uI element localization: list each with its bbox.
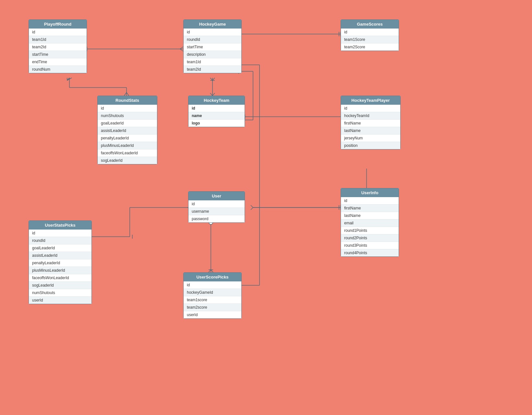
hockeygame-row-description: description xyxy=(184,51,241,58)
hockeyteam-row-name: name xyxy=(188,112,245,120)
hockeygame-header: HockeyGame xyxy=(184,20,241,29)
svg-line-16 xyxy=(67,78,69,80)
hockeygame-row-id: id xyxy=(184,29,241,36)
hockeygame-row-team1id: team1Id xyxy=(184,58,241,66)
userscorepicks-row-id: id xyxy=(184,281,241,289)
userscorepicks-row-userid: userId xyxy=(184,311,241,318)
svg-line-34 xyxy=(251,205,253,208)
entity-playoffround: PlayoffRound id team1Id team2Id startTim… xyxy=(29,19,87,73)
user-header: User xyxy=(188,192,245,200)
svg-line-15 xyxy=(67,78,72,80)
userinfo-row-round4points: round4Points xyxy=(341,249,399,256)
playoffround-row-endtime: endTime xyxy=(29,58,87,66)
userstatspicks-row-assistleaderid: assistLeaderId xyxy=(29,252,91,259)
user-row-username: username xyxy=(188,208,245,215)
userstatspicks-row-numshutouts: numShutouts xyxy=(29,289,91,297)
entity-roundstats: RoundStats id numShutouts goalLeaderId a… xyxy=(97,96,157,164)
entity-userstatspicks: UserStatsPicks id roundId goalLeaderId a… xyxy=(29,220,92,304)
roundstats-row-goalleaderid: goalLeaderId xyxy=(98,120,157,127)
roundstats-row-penaltyleaderid: penaltyLeaderId xyxy=(98,135,157,142)
playoffround-row-starttime: startTime xyxy=(29,51,87,58)
userstatspicks-row-id: id xyxy=(29,230,91,237)
playoffround-header: PlayoffRound xyxy=(29,20,87,29)
hockeyteam-row-id: id xyxy=(188,105,245,112)
svg-line-18 xyxy=(210,93,212,96)
userinfo-row-email: email xyxy=(341,219,399,227)
userinfo-header: UserInfo xyxy=(341,188,399,197)
gamescores-row-id: id xyxy=(341,29,399,36)
userscorepicks-header: UserScorePicks xyxy=(184,273,241,281)
diagram-container: PlayoffRound id team1Id team2Id startTim… xyxy=(0,0,532,415)
userstatspicks-row-roundid: roundId xyxy=(29,237,91,244)
entity-hockeygame: HockeyGame id roundId startTime descript… xyxy=(183,19,242,73)
entity-hockeyteam: HockeyTeam id name logo xyxy=(188,96,245,127)
hockeygame-row-starttime: startTime xyxy=(184,43,241,51)
userstatspicks-row-plusminusleaderid: plusMinusLeaderId xyxy=(29,267,91,274)
hockeyteam-row-logo: logo xyxy=(188,120,245,127)
entity-user: User id username password xyxy=(188,191,245,223)
roundstats-row-id: id xyxy=(98,105,157,112)
svg-line-12 xyxy=(127,92,129,96)
svg-line-35 xyxy=(251,208,253,210)
hockeyteamplayer-row-position: position xyxy=(341,142,400,149)
playoffround-row-id: id xyxy=(29,29,87,36)
userinfo-row-id: id xyxy=(341,197,399,205)
gamescores-row-team1score: team1Score xyxy=(341,36,399,43)
userscorepicks-row-hockeygameid: hockeyGameId xyxy=(184,289,241,296)
entity-userscorepicks: UserScorePicks id hockeyGameId team1scor… xyxy=(183,272,242,319)
svg-line-20 xyxy=(210,78,212,80)
userstatspicks-header: UserStatsPicks xyxy=(29,221,91,230)
svg-line-49 xyxy=(211,270,213,272)
hockeygame-row-roundid: roundId xyxy=(184,36,241,43)
user-row-password: password xyxy=(188,215,245,222)
roundstats-row-faceoffswonleaderid: faceoffsWonLeaderId xyxy=(98,149,157,157)
userstatspicks-row-penaltyleaderid: penaltyLeaderId xyxy=(29,259,91,267)
userscorepicks-row-team1score: team1score xyxy=(184,296,241,304)
userinfo-row-lastname: lastName xyxy=(341,212,399,219)
hockeyteam-header: HockeyTeam xyxy=(188,96,245,105)
gamescores-row-team2score: team2Score xyxy=(341,43,399,51)
roundstats-row-sogleaderid: sogLeaderId xyxy=(98,157,157,164)
entity-gamescores: GameScores id team1Score team2Score xyxy=(341,19,399,51)
hockeygame-row-team2id: team2Id xyxy=(184,66,241,73)
entity-userinfo: UserInfo id firstName lastName email rou… xyxy=(341,188,399,257)
userstatspicks-row-faceoffswonleaderid: faceoffsWonLeaderId xyxy=(29,274,91,282)
svg-line-48 xyxy=(209,270,211,272)
hockeyteamplayer-header: HockeyTeamPlayer xyxy=(341,96,400,105)
hockeyteamplayer-row-jerseynum: jerseyNum xyxy=(341,135,400,142)
userinfo-row-round3points: round3Points xyxy=(341,242,399,249)
userstatspicks-row-goalleaderid: goalLeaderId xyxy=(29,244,91,252)
gamescores-header: GameScores xyxy=(341,20,399,29)
svg-line-19 xyxy=(212,93,215,96)
roundstats-header: RoundStats xyxy=(98,96,157,105)
svg-line-11 xyxy=(124,92,127,96)
playoffround-row-roundnum: roundNum xyxy=(29,66,87,73)
userinfo-row-round2points: round2Points xyxy=(341,234,399,242)
user-row-id: id xyxy=(188,200,245,208)
svg-line-1 xyxy=(180,47,183,49)
playoffround-row-team1id: team1Id xyxy=(29,36,87,43)
userstatspicks-row-userid: userId xyxy=(29,297,91,304)
userinfo-row-round1points: round1Points xyxy=(341,227,399,234)
entity-hockeyteamplayer: HockeyTeamPlayer id hockeyTeamId firstNa… xyxy=(341,96,401,149)
userinfo-row-firstname: firstName xyxy=(341,205,399,212)
hockeyteamplayer-row-id: id xyxy=(341,105,400,112)
svg-line-14 xyxy=(67,78,69,80)
userstatspicks-row-sogleaderid: sogLeaderId xyxy=(29,282,91,289)
hockeyteamplayer-row-firstname: firstName xyxy=(341,120,400,127)
hockeyteamplayer-row-lastname: lastName xyxy=(341,127,400,135)
roundstats-row-plusminusleaderid: plusMinusLeaderId xyxy=(98,142,157,149)
svg-line-2 xyxy=(180,49,183,51)
roundstats-row-assistleaderid: assistLeaderId xyxy=(98,127,157,135)
userscorepicks-row-team2score: team2score xyxy=(184,304,241,311)
playoffround-row-team2id: team2Id xyxy=(29,43,87,51)
roundstats-row-numshutouts: numShutouts xyxy=(98,112,157,120)
hockeyteamplayer-row-hockeyteamid: hockeyTeamId xyxy=(341,112,400,120)
svg-line-21 xyxy=(212,78,215,80)
